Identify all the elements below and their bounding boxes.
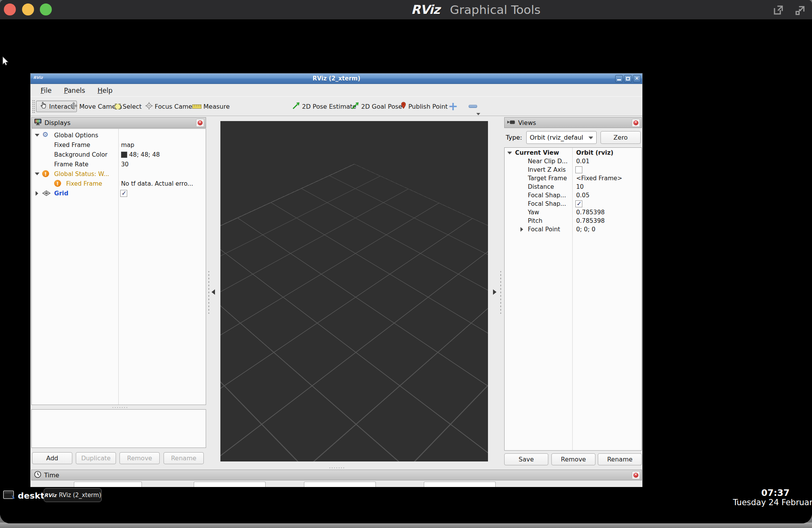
terminal-icon[interactable] — [3, 490, 15, 501]
render-view-3d[interactable] — [220, 121, 488, 461]
host-window-title: RViz Graphical Tools — [411, 3, 541, 17]
displays-splitter-handle[interactable] — [112, 407, 127, 408]
displays-tree[interactable]: ⚙ Global Options Fixed Frame map Backgro… — [31, 128, 206, 405]
remove-display-button[interactable]: Remove — [119, 452, 160, 464]
expander-right-icon[interactable] — [520, 227, 523, 232]
open-external-icon[interactable] — [773, 4, 784, 16]
zoom-traffic-light[interactable] — [40, 3, 52, 15]
time-close-button[interactable] — [632, 471, 640, 479]
row-value: Orbit (rviz) — [576, 149, 613, 156]
toolbar-drag-handle[interactable] — [32, 100, 35, 113]
tree-row-yaw[interactable]: Yaw 0.785398 — [505, 208, 641, 217]
clock-date: Tuesday 24 February — [725, 498, 812, 507]
view-type-dropdown[interactable]: Orbit (rviz_defaul — [526, 131, 597, 144]
views-close-button[interactable] — [632, 119, 640, 127]
time-panel-header[interactable]: Time — [31, 470, 642, 480]
expander-down-icon[interactable] — [35, 173, 39, 175]
taskbar-rviz-button[interactable]: RViz RViz (2_xterm) — [44, 488, 102, 502]
expander-right-icon[interactable] — [36, 191, 38, 196]
views-tree[interactable]: Current View Orbit (rviz) Near Clip D...… — [504, 147, 642, 451]
displays-panel-header[interactable]: Displays — [31, 117, 206, 128]
row-value[interactable]: <Fixed Frame> — [576, 175, 622, 182]
row-value[interactable]: 30 — [121, 161, 129, 168]
crosshair-icon — [145, 102, 153, 111]
collapse-right-arrow[interactable] — [493, 289, 496, 295]
publish-point-tool-button[interactable]: Publish Point — [401, 101, 448, 112]
tree-row-focal-point[interactable]: Focal Point 0; 0; 0 — [505, 225, 641, 234]
row-value: No tf data. Actual erro... — [121, 180, 193, 187]
measure-tool-button[interactable]: Measure — [192, 101, 230, 112]
add-tool-button[interactable]: + — [448, 101, 458, 112]
zero-button[interactable]: Zero — [600, 131, 641, 144]
tree-row-status-fixed-frame[interactable]: ! Fixed Frame No tf data. Actual erro... — [32, 179, 205, 188]
right-splitter-dots[interactable] — [500, 271, 502, 314]
goal-pose-tool-button[interactable]: 2D Goal Pose — [351, 101, 402, 112]
rename-display-button[interactable]: Rename — [164, 452, 204, 464]
tree-row-global-status[interactable]: ! Global Status: W... — [32, 169, 205, 179]
move-camera-tool-button[interactable]: Move Camera — [70, 101, 122, 112]
row-value[interactable]: 0.01 — [576, 158, 590, 165]
row-label: Pitch — [528, 217, 542, 224]
row-value[interactable]: 0.785398 — [576, 217, 605, 224]
tree-row-distance[interactable]: Distance 10 — [505, 183, 641, 191]
tree-row-global-options[interactable]: ⚙ Global Options — [32, 130, 205, 140]
monitor-icon — [34, 118, 42, 127]
tree-row-current-view[interactable]: Current View Orbit (rviz) — [505, 149, 641, 157]
tree-row-near-clip[interactable]: Near Clip D... 0.01 — [505, 157, 641, 166]
row-value[interactable]: 10 — [576, 183, 584, 190]
displays-close-button[interactable] — [196, 119, 204, 127]
row-value[interactable] — [575, 200, 582, 207]
menu-file[interactable]: File — [38, 86, 54, 95]
focal-shape-checkbox[interactable] — [575, 200, 582, 207]
fullscreen-icon[interactable] — [794, 4, 806, 16]
views-panel-title: Views — [518, 119, 536, 126]
rename-view-button[interactable]: Rename — [598, 453, 642, 465]
rviz-window-titlebar[interactable]: RViz RViz (2_xterm) — [31, 73, 642, 84]
tree-row-background-color[interactable]: Background Color 48; 48; 48 — [32, 150, 205, 159]
expander-down-icon[interactable] — [35, 134, 39, 137]
row-value[interactable]: 0.785398 — [576, 209, 605, 216]
minimize-traffic-light[interactable] — [22, 3, 34, 15]
row-value[interactable]: 48; 48; 48 — [121, 151, 160, 158]
time-splitter-handle[interactable] — [329, 467, 344, 469]
tool-dropdown-arrow-icon[interactable] — [476, 113, 480, 115]
remove-view-button[interactable]: Remove — [551, 453, 595, 465]
remove-tool-button[interactable] — [469, 101, 477, 112]
remote-desktop: RViz Graphical Tools RViz RViz (2_xterm) — [0, 0, 812, 523]
window-close-button[interactable] — [633, 75, 641, 82]
select-tool-button[interactable]: Select — [115, 101, 142, 112]
add-display-button[interactable]: Add — [32, 452, 72, 464]
tree-row-invert-z[interactable]: Invert Z Axis — [505, 166, 641, 174]
focus-camera-tool-button[interactable]: Focus Camera — [145, 101, 199, 112]
tree-row-frame-rate[interactable]: Frame Rate 30 — [32, 159, 205, 169]
save-view-button[interactable]: Save — [504, 453, 548, 465]
menu-help[interactable]: Help — [95, 86, 115, 95]
hand-icon — [40, 102, 47, 111]
close-traffic-light[interactable] — [4, 3, 16, 15]
tree-row-focal-shape-fixed[interactable]: Focal Shap... — [505, 200, 641, 208]
collapse-left-arrow[interactable] — [212, 289, 215, 295]
tree-row-grid[interactable]: Grid — [32, 188, 205, 198]
expander-down-icon[interactable] — [507, 152, 512, 154]
grid-plane — [220, 164, 488, 461]
tree-row-pitch[interactable]: Pitch 0.785398 — [505, 217, 641, 225]
row-value[interactable] — [575, 166, 582, 173]
selection-box-icon — [115, 104, 121, 109]
row-value[interactable] — [120, 190, 127, 197]
grid-enabled-checkbox[interactable] — [120, 190, 127, 197]
row-value[interactable]: 0.05 — [576, 192, 590, 199]
window-minimize-button[interactable] — [615, 75, 623, 82]
invert-z-checkbox[interactable] — [575, 166, 582, 173]
tree-row-fixed-frame[interactable]: Fixed Frame map — [32, 140, 205, 150]
left-splitter-dots[interactable] — [208, 271, 210, 314]
pose-estimate-tool-button[interactable]: 2D Pose Estimate — [292, 101, 356, 112]
window-maximize-button[interactable] — [624, 75, 632, 82]
color-swatch — [121, 152, 127, 158]
menu-panels[interactable]: Panels — [61, 86, 87, 95]
tree-row-focal-shape-size[interactable]: Focal Shap... 0.05 — [505, 191, 641, 200]
row-value[interactable]: map — [121, 142, 134, 149]
tree-row-target-frame[interactable]: Target Frame <Fixed Frame> — [505, 174, 641, 183]
row-value[interactable]: 0; 0; 0 — [576, 226, 595, 233]
views-panel-header[interactable]: Views — [504, 117, 642, 128]
duplicate-display-button[interactable]: Duplicate — [76, 452, 116, 464]
